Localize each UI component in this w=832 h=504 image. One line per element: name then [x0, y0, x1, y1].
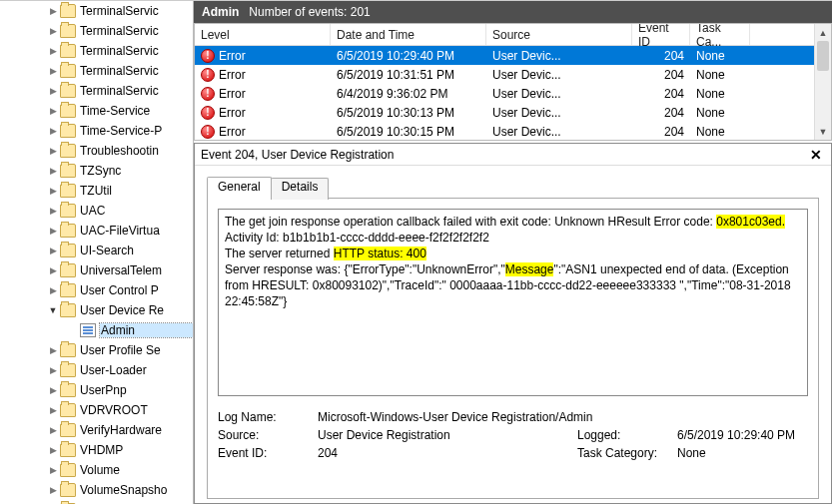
- scroll-thumb[interactable]: [817, 41, 829, 71]
- cell-date: 6/5/2019 10:30:15 PM: [331, 125, 486, 139]
- folder-icon: [60, 124, 76, 138]
- list-scrollbar[interactable]: ▲ ▼: [814, 24, 831, 140]
- tree-folder[interactable]: ▶UAC: [0, 201, 193, 221]
- col-taskcat[interactable]: Task Ca...: [690, 24, 750, 45]
- chevron-icon[interactable]: ▶: [46, 385, 60, 395]
- tree-folder[interactable]: ▶Volume: [0, 460, 193, 480]
- tree-folder[interactable]: ▶TerminalServic: [0, 81, 193, 101]
- tree-folder[interactable]: ▶TerminalServic: [0, 21, 193, 41]
- chevron-icon[interactable]: ▶: [46, 425, 60, 435]
- cell-date: 6/5/2019 10:30:13 PM: [331, 106, 486, 120]
- chevron-icon[interactable]: ▶: [46, 66, 60, 76]
- prop-eventid-label: Event ID:: [218, 446, 318, 460]
- chevron-icon[interactable]: ▶: [46, 106, 60, 116]
- tree-folder[interactable]: ▶Vpn Plugin Pla: [0, 500, 193, 504]
- chevron-icon[interactable]: ▼: [46, 305, 60, 315]
- folder-icon: [60, 144, 76, 158]
- tree-folder[interactable]: ▶VolumeSnapsho: [0, 480, 193, 500]
- tree-folder[interactable]: ▶UniversalTelem: [0, 260, 193, 280]
- folder-icon: [60, 164, 76, 178]
- event-list[interactable]: Level Date and Time Source Event ID Task…: [194, 23, 832, 141]
- tree-folder[interactable]: ▶TerminalServic: [0, 1, 193, 21]
- chevron-icon[interactable]: ▶: [46, 6, 60, 16]
- tree-folder[interactable]: ▶UAC-FileVirtua: [0, 221, 193, 241]
- column-headers[interactable]: Level Date and Time Source Event ID Task…: [195, 24, 814, 46]
- tab-general[interactable]: General: [207, 177, 272, 199]
- folder-icon: [60, 64, 76, 78]
- col-level[interactable]: Level: [195, 24, 331, 45]
- chevron-icon[interactable]: ▶: [46, 26, 60, 36]
- chevron-icon[interactable]: ▶: [46, 166, 60, 176]
- tree-folder[interactable]: ▶Time-Service-P: [0, 121, 193, 141]
- folder-icon: [60, 244, 76, 257]
- chevron-icon[interactable]: ▶: [46, 86, 60, 96]
- tree-leaf[interactable]: Admin: [0, 320, 193, 340]
- tree-folder[interactable]: ▶User-Loader: [0, 360, 193, 380]
- cell-level: Error: [219, 125, 246, 139]
- highlight-message: Message: [505, 262, 554, 276]
- tree-folder[interactable]: ▶TZUtil: [0, 181, 193, 201]
- tree-folder[interactable]: ▶VerifyHardware: [0, 420, 193, 440]
- tree-folder[interactable]: ▼User Device Re: [0, 300, 193, 320]
- tab-details[interactable]: Details: [271, 178, 330, 200]
- chevron-icon[interactable]: ▶: [46, 46, 60, 56]
- tree-folder[interactable]: ▶VDRVROOT: [0, 400, 193, 420]
- tree-item-label: TerminalServic: [80, 84, 193, 98]
- scroll-down-icon[interactable]: ▼: [815, 123, 831, 140]
- tree-item-label: Time-Service-P: [80, 124, 193, 138]
- tree-folder[interactable]: ▶UI-Search: [0, 241, 193, 260]
- chevron-icon[interactable]: ▶: [46, 465, 60, 475]
- event-message[interactable]: The get join response operation callback…: [218, 209, 808, 396]
- tree-folder[interactable]: ▶TerminalServic: [0, 61, 193, 81]
- table-row[interactable]: !Error6/4/2019 9:36:02 PMUser Devic...20…: [195, 84, 814, 103]
- cell-taskcat: None: [690, 106, 750, 120]
- table-row[interactable]: !Error6/5/2019 10:29:40 PMUser Devic...2…: [195, 46, 814, 65]
- table-row[interactable]: !Error6/5/2019 10:30:15 PMUser Devic...2…: [195, 122, 814, 140]
- tree-item-label: TerminalServic: [80, 4, 193, 18]
- tree-folder[interactable]: ▶UserPnp: [0, 380, 193, 400]
- tree-item-label: TZUtil: [80, 184, 193, 198]
- detail-title: Event 204, User Device Registration: [201, 148, 807, 162]
- tree-folder[interactable]: ▶User Profile Se: [0, 340, 193, 360]
- tree-view[interactable]: ▶TerminalServic▶TerminalServic▶TerminalS…: [0, 1, 194, 504]
- prop-source-value: User Device Registration: [318, 428, 577, 442]
- log-icon: [80, 323, 96, 337]
- tree-folder[interactable]: ▶User Control P: [0, 280, 193, 300]
- chevron-icon[interactable]: ▶: [46, 126, 60, 136]
- chevron-icon[interactable]: ▶: [46, 246, 60, 255]
- chevron-icon[interactable]: ▶: [46, 365, 60, 375]
- chevron-icon[interactable]: ▶: [46, 146, 60, 156]
- error-icon: !: [201, 125, 215, 139]
- chevron-icon[interactable]: ▶: [46, 226, 60, 236]
- col-source[interactable]: Source: [486, 24, 632, 45]
- cell-source: User Devic...: [486, 106, 632, 120]
- chevron-icon[interactable]: ▶: [46, 186, 60, 196]
- prop-logname-value: Microsoft-Windows-User Device Registrati…: [318, 410, 819, 424]
- folder-icon: [60, 363, 76, 377]
- tree-folder[interactable]: ▶Troubleshootin: [0, 141, 193, 161]
- chevron-icon[interactable]: ▶: [46, 265, 60, 275]
- folder-icon: [60, 24, 76, 38]
- chevron-icon[interactable]: ▶: [46, 206, 60, 216]
- tree-item-label: User Profile Se: [80, 343, 193, 357]
- cell-eventid: 204: [632, 68, 690, 82]
- table-row[interactable]: !Error6/5/2019 10:30:13 PMUser Devic...2…: [195, 103, 814, 122]
- close-icon[interactable]: ✕: [807, 146, 825, 164]
- tree-item-label: Admin: [100, 323, 193, 337]
- tree-folder[interactable]: ▶Time-Service: [0, 101, 193, 121]
- cell-level: Error: [219, 87, 246, 101]
- col-datetime[interactable]: Date and Time: [331, 24, 486, 45]
- tree-folder[interactable]: ▶TZSync: [0, 161, 193, 181]
- scroll-up-icon[interactable]: ▲: [815, 24, 831, 41]
- table-row[interactable]: !Error6/5/2019 10:31:51 PMUser Devic...2…: [195, 65, 814, 84]
- chevron-icon[interactable]: ▶: [46, 445, 60, 455]
- prop-logname-label: Log Name:: [218, 410, 318, 424]
- tree-folder[interactable]: ▶TerminalServic: [0, 41, 193, 61]
- chevron-icon[interactable]: ▶: [46, 345, 60, 355]
- chevron-icon[interactable]: ▶: [46, 405, 60, 415]
- chevron-icon[interactable]: ▶: [46, 285, 60, 295]
- chevron-icon[interactable]: ▶: [46, 485, 60, 495]
- pane-header: Admin Number of events: 201: [194, 1, 832, 23]
- col-eventid[interactable]: Event ID: [632, 24, 690, 45]
- tree-folder[interactable]: ▶VHDMP: [0, 440, 193, 460]
